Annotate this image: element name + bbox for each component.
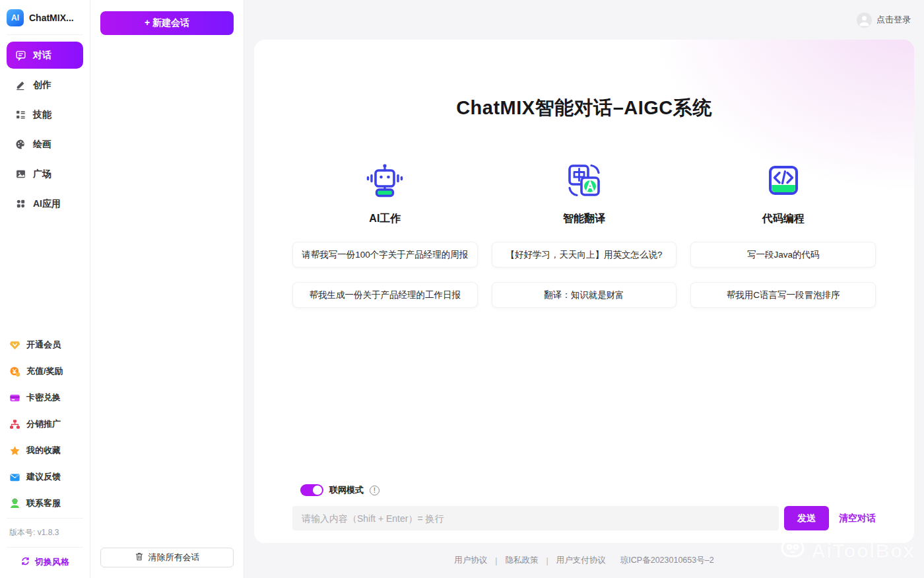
- topbar: 点击登录: [244, 0, 924, 40]
- sec-label: 联系客服: [26, 497, 61, 509]
- chat-icon: [15, 50, 26, 61]
- apps-grid-icon: [15, 198, 26, 210]
- style-switch-label: 切换风格: [35, 556, 69, 568]
- main-area: 点击登录 ChatMIX智能对话–AIGC系统: [244, 0, 924, 578]
- trash-icon: [135, 552, 144, 563]
- style-switch-button[interactable]: 切换风格: [0, 548, 90, 578]
- sec-label: 建议反馈: [26, 471, 61, 483]
- page-footer: 用户协议 | 隐私政策 | 用户支付协议 琼ICP备2023010653号–2: [244, 543, 924, 578]
- info-icon[interactable]: !: [370, 486, 380, 495]
- translate-icon: [566, 163, 602, 198]
- avatar-icon: [857, 13, 872, 28]
- palette-icon: [15, 139, 26, 151]
- sidebar-item-membership[interactable]: 开通会员: [0, 332, 90, 358]
- suggestion-button[interactable]: 【好好学习，天天向上】用英文怎么说?: [492, 242, 677, 268]
- feature-label: AI工作: [369, 212, 401, 226]
- composer: 联网模式 ! 发送 清空对话: [292, 484, 876, 530]
- nav-label: 创作: [33, 79, 51, 91]
- feature-columns: AI工作 请帮我写一份100个字关于产品经理的周报 帮我生成一份关于产品经理的工…: [292, 163, 876, 322]
- footer-separator: |: [546, 556, 548, 565]
- feature-code: 代码编程 写一段Java的代码 帮我用C语言写一段冒泡排序: [690, 163, 876, 322]
- nav-label: 广场: [33, 168, 51, 180]
- suggestion-button[interactable]: 帮我生成一份关于产品经理的工作日报: [292, 282, 478, 308]
- skills-list-icon: [15, 109, 26, 121]
- sec-label: 我的收藏: [26, 445, 61, 456]
- nav-label: 绘画: [33, 139, 51, 151]
- sidebar-item-affiliate[interactable]: 分销推广: [0, 411, 90, 437]
- login-label: 点击登录: [876, 14, 911, 26]
- network-mode-toggle[interactable]: [300, 484, 323, 496]
- nav-label: 对话: [33, 50, 51, 61]
- mail-icon: [9, 472, 20, 483]
- nav-label: 技能: [33, 109, 51, 121]
- new-chat-button[interactable]: + 新建会话: [100, 11, 234, 35]
- footer-link-payment-agreement[interactable]: 用户支付协议: [556, 555, 606, 566]
- send-button[interactable]: 发送: [784, 506, 829, 530]
- sec-label: 分销推广: [26, 418, 61, 430]
- pencil-icon: [15, 79, 26, 91]
- clear-all-label: 清除所有会话: [148, 552, 200, 563]
- sec-label: 卡密兑换: [26, 392, 61, 404]
- sidebar: AI ChatMIX... 对话 创作 技能 绘画: [0, 0, 90, 578]
- sidebar-item-card-redeem[interactable]: 卡密兑换: [0, 384, 90, 411]
- sidebar-item-skills[interactable]: 技能: [7, 101, 83, 128]
- main-nav: 对话 创作 技能 绘画 广场: [0, 35, 90, 224]
- robot-icon: [365, 163, 405, 198]
- feature-translate: 智能翻译 【好好学习，天天向上】用英文怎么说? 翻译：知识就是财富: [492, 163, 677, 322]
- clear-all-chats-button[interactable]: 清除所有会话: [100, 548, 234, 567]
- login-button[interactable]: 点击登录: [857, 13, 911, 28]
- code-icon: [766, 163, 801, 198]
- sec-label: 开通会员: [26, 339, 61, 351]
- chat-input[interactable]: [292, 506, 779, 530]
- suggestion-button[interactable]: 请帮我写一份100个字关于产品经理的周报: [292, 242, 478, 268]
- footer-separator: |: [495, 556, 497, 565]
- chat-welcome-card: ChatMIX智能对话–AIGC系统: [254, 40, 914, 543]
- card-icon: [9, 392, 20, 404]
- app-logo-icon: AI: [7, 9, 24, 26]
- suggestion-button[interactable]: 翻译：知识就是财富: [492, 282, 677, 308]
- star-icon: [9, 445, 20, 456]
- footer-link-user-agreement[interactable]: 用户协议: [454, 555, 487, 566]
- clear-chat-button[interactable]: 清空对话: [839, 513, 876, 524]
- page-title: ChatMIX智能对话–AIGC系统: [456, 95, 712, 122]
- feature-label: 代码编程: [762, 212, 805, 226]
- suggestion-button[interactable]: 写一段Java的代码: [690, 242, 876, 268]
- sidebar-item-favorites[interactable]: 我的收藏: [0, 437, 90, 464]
- style-switch-icon: [20, 556, 30, 568]
- sidebar-item-painting[interactable]: 绘画: [7, 131, 83, 158]
- input-row: 发送 清空对话: [292, 506, 876, 530]
- sidebar-item-plaza[interactable]: 广场: [7, 161, 83, 188]
- support-agent-icon: [9, 498, 20, 509]
- sidebar-item-support[interactable]: 联系客服: [0, 490, 90, 517]
- feature-label: 智能翻译: [563, 212, 605, 226]
- network-mode-row: 联网模式 !: [300, 484, 876, 496]
- affiliate-tree-icon: [9, 419, 20, 430]
- coin-icon: [9, 366, 20, 377]
- vip-diamond-icon: [9, 340, 20, 351]
- version-label: 版本号: v1.8.3: [0, 519, 90, 547]
- feature-ai-work: AI工作 请帮我写一份100个字关于产品经理的周报 帮我生成一份关于产品经理的工…: [292, 163, 478, 322]
- nav-label: AI应用: [33, 198, 61, 210]
- footer-link-privacy-policy[interactable]: 隐私政策: [506, 555, 539, 566]
- sidebar-item-ai-apps[interactable]: AI应用: [7, 190, 83, 217]
- suggestion-button[interactable]: 帮我用C语言写一段冒泡排序: [690, 282, 876, 308]
- sidebar-item-feedback[interactable]: 建议反馈: [0, 464, 90, 490]
- sidebar-item-create[interactable]: 创作: [7, 71, 83, 98]
- network-mode-label: 联网模式: [329, 484, 364, 496]
- app-name: ChatMIX...: [29, 13, 74, 23]
- icp-number: 琼ICP备2023010653号–2: [620, 555, 714, 566]
- brand: AI ChatMIX...: [0, 5, 90, 34]
- sidebar-item-chat[interactable]: 对话: [7, 42, 83, 69]
- sec-label: 充值/奖励: [26, 365, 63, 377]
- secondary-nav: 开通会员 充值/奖励 卡密兑换 分销推广 我的收藏: [0, 329, 90, 518]
- conversation-panel: + 新建会话 清除所有会话: [90, 0, 244, 578]
- sidebar-item-recharge[interactable]: 充值/奖励: [0, 358, 90, 384]
- toggle-knob: [313, 486, 322, 495]
- gallery-icon: [15, 168, 26, 180]
